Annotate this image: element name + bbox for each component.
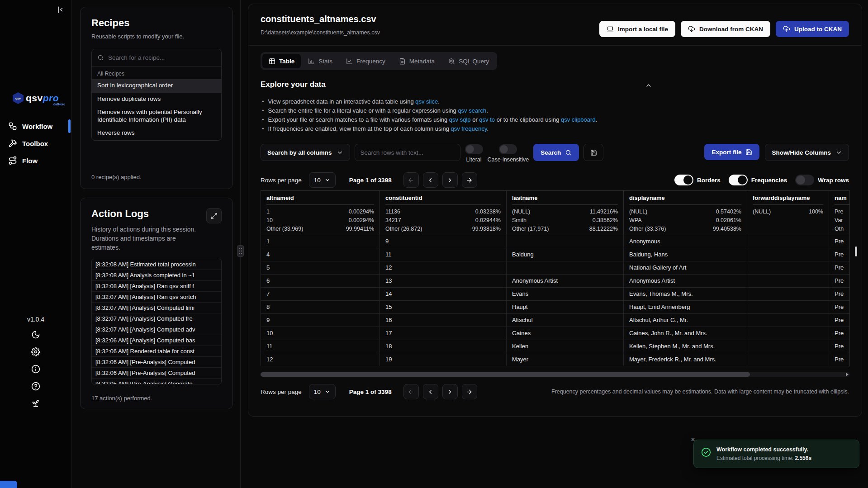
success-toast: ✕ Workflow completed successfully. Estim… xyxy=(693,440,859,468)
table-row[interactable]: 1118KellenKellen, Stephen M., Mr. and Mr… xyxy=(261,340,849,353)
help-button[interactable] xyxy=(31,382,40,391)
show-hide-columns-button[interactable]: Show/Hide Columns xyxy=(765,144,849,161)
doc-link[interactable]: qsv clipboard xyxy=(561,116,596,123)
log-entry: [8:32:06 AM] [Pre-Analysis] Computed xyxy=(92,368,221,379)
wrap-rows-switch[interactable] xyxy=(795,175,814,185)
table-row[interactable]: 714EvansEvans, Thomas M., Mrs.Pre xyxy=(261,287,849,300)
rows-per-page-select[interactable]: 10 xyxy=(309,384,336,399)
frequency-entry: (NULL)0.57402% xyxy=(629,208,741,216)
sprout-button[interactable] xyxy=(31,399,40,408)
borders-switch[interactable] xyxy=(674,175,693,185)
app-version: v1.0.4 xyxy=(0,316,71,323)
panel-divider xyxy=(240,0,241,488)
close-icon[interactable]: ✕ xyxy=(691,437,695,442)
tab-table[interactable]: Table xyxy=(262,54,301,68)
table-cell xyxy=(747,288,829,300)
panel-resize-handle[interactable] xyxy=(237,245,244,257)
recipe-item[interactable]: Remove duplicate rows xyxy=(92,93,221,106)
tab-stats[interactable]: Stats xyxy=(302,54,339,68)
moon-icon xyxy=(31,330,40,339)
info-button[interactable] xyxy=(31,365,40,374)
file-text-icon xyxy=(399,58,406,65)
table-cell xyxy=(747,301,829,313)
search-icon xyxy=(97,54,104,61)
last-page-button[interactable] xyxy=(462,384,477,399)
doc-link[interactable]: qsv frequency xyxy=(451,125,487,132)
next-page-button[interactable] xyxy=(442,172,458,188)
table-row[interactable]: 512National Gallery of ArtPre xyxy=(261,261,849,274)
first-page-button[interactable] xyxy=(403,172,419,188)
sidebar-footer-icons xyxy=(0,330,71,408)
expand-logs-button[interactable] xyxy=(206,208,222,223)
frequency-entry: 342170.02944% xyxy=(385,216,501,225)
next-page-button[interactable] xyxy=(442,384,458,399)
literal-toggle[interactable] xyxy=(465,144,483,154)
recipe-item[interactable]: Reverse rows xyxy=(92,127,221,140)
table-row[interactable]: 916AltschulAltschul, Arthur G., Mr.Pre xyxy=(261,313,849,327)
rows-per-page-select[interactable]: 10 xyxy=(309,172,336,188)
column-header-constituentid: constituentid111360.03238%342170.02944%O… xyxy=(380,191,507,235)
frequency-entry: (NULL)11.49216% xyxy=(512,208,618,216)
horizontal-scrollbar[interactable] xyxy=(261,372,850,377)
frequencies-switch[interactable] xyxy=(729,175,748,185)
table-cell: Pre xyxy=(829,235,850,248)
tab-frequency[interactable]: Frequency xyxy=(340,54,392,68)
tab-metadata[interactable]: Metadata xyxy=(393,54,441,68)
import-file-button[interactable]: Import a local file xyxy=(599,21,675,37)
frequency-entry: Other (33,969)99.99411% xyxy=(266,225,374,233)
table-row[interactable]: 411BaldungBaldung, HansPre xyxy=(261,248,849,261)
chevron-up-icon xyxy=(645,82,652,89)
action-logs-panel: Action Logs History of actions during th… xyxy=(80,198,233,409)
sidebar-collapse-button[interactable] xyxy=(56,5,65,14)
upload-ckan-button[interactable]: Upload to CKAN xyxy=(776,21,849,37)
case-insensitive-toggle[interactable] xyxy=(499,144,517,154)
doc-link[interactable]: qsv slice xyxy=(415,98,438,105)
toggle-borders: Borders xyxy=(674,175,721,185)
table-row[interactable]: 1017GainesGaines, John R., Mr. and Mrs.P… xyxy=(261,327,849,340)
table-cell: Pre xyxy=(829,314,850,327)
doc-link[interactable]: qsv sqlp xyxy=(449,116,471,123)
table-footer-note: Frequency percentages and decimal values… xyxy=(551,389,849,395)
sidebar-item-toolbox[interactable]: Toolbox xyxy=(0,136,71,151)
table-row[interactable]: 815HauptHaupt, Enid AnnenbergPre xyxy=(261,300,849,313)
column-header-lastname: lastname(NULL)11.49216%Smith0.38562%Othe… xyxy=(507,191,624,235)
route-icon xyxy=(8,156,17,165)
table-cell: Mayer xyxy=(507,353,624,366)
moon-button[interactable] xyxy=(31,330,40,339)
collapse-section-button[interactable] xyxy=(645,82,652,89)
first-page-button[interactable] xyxy=(403,384,419,399)
save-icon xyxy=(590,149,597,156)
save-search-button[interactable] xyxy=(583,144,603,161)
previous-page-button[interactable] xyxy=(423,172,438,188)
search-scope-select[interactable]: Search by all columns xyxy=(261,144,350,161)
recipe-item[interactable]: Remove rows with potential Personally Id… xyxy=(92,106,221,127)
recipe-item[interactable]: Sort in lexicographical order xyxy=(92,79,221,92)
download-ckan-button[interactable]: Download from CKAN xyxy=(681,21,770,37)
doc-link[interactable]: qsv to xyxy=(479,116,495,123)
horizontal-scrollbar-thumb[interactable] xyxy=(261,372,750,377)
window-scrollbar-thumb[interactable] xyxy=(855,246,857,256)
gear-button[interactable] xyxy=(31,347,40,356)
explore-title: Explore your data xyxy=(261,80,326,89)
table-row[interactable]: 613Anonymous ArtistAnonymous ArtistPre xyxy=(261,274,849,287)
table-row[interactable]: 19AnonymousPre xyxy=(261,235,849,248)
search-input[interactable] xyxy=(355,144,460,161)
export-file-button[interactable]: Export file xyxy=(704,144,759,160)
previous-page-button[interactable] xyxy=(423,384,438,399)
page-indicator: Page 1 of 3398 xyxy=(349,389,392,395)
tab-sql-query[interactable]: SQL Query xyxy=(442,54,495,68)
app-root: { "sidebar": { "logo": { "badge_text": "… xyxy=(0,0,868,488)
explore-bullet: View spreadsheet data in an interactive … xyxy=(261,97,597,106)
search-button[interactable]: Search xyxy=(533,144,579,161)
table-cell: Altschul, Arthur G., Mr. xyxy=(624,314,747,327)
doc-link[interactable]: qsv search xyxy=(458,107,486,114)
literal-label: Literal xyxy=(466,156,482,163)
last-page-button[interactable] xyxy=(462,172,477,188)
table-row[interactable]: 1219MayerMayer, Frederick R., Mr. and Mr… xyxy=(261,353,849,366)
recipe-search-input[interactable] xyxy=(108,54,216,61)
frequency-entry: Other (26,872)99.93818% xyxy=(385,225,501,233)
cloud-download-icon xyxy=(688,25,695,33)
sidebar-item-flow[interactable]: Flow xyxy=(0,153,71,168)
sidebar-item-workflow[interactable]: Workflow xyxy=(0,118,71,134)
sidebar-item-label: Workflow xyxy=(22,123,52,130)
